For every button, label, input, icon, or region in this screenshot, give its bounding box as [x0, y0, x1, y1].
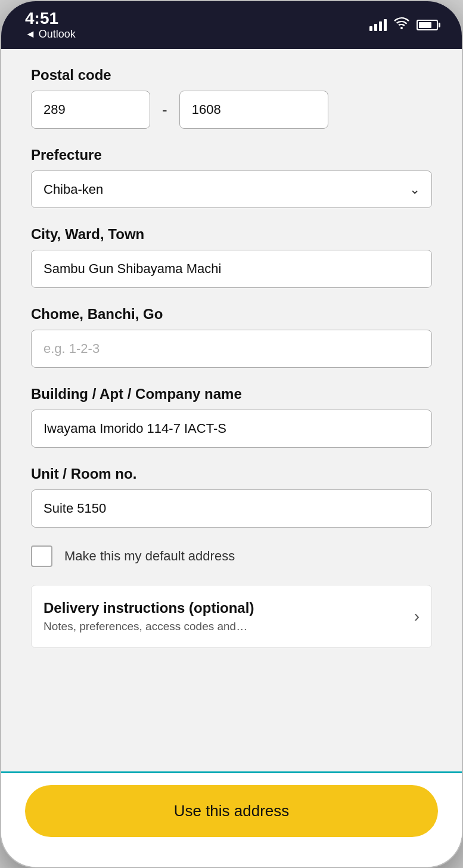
- signal-icon: [369, 19, 387, 31]
- back-outlook-button[interactable]: ◄ Outlook: [25, 28, 76, 41]
- wifi-icon: [394, 17, 409, 33]
- chome-input[interactable]: [31, 330, 432, 368]
- status-right: [369, 17, 438, 33]
- city-section: City, Ward, Town: [31, 226, 432, 288]
- unit-label: Unit / Room no.: [31, 466, 432, 482]
- prefecture-select[interactable]: Chiba-ken: [31, 170, 432, 208]
- city-input[interactable]: [31, 250, 432, 288]
- building-input[interactable]: [31, 410, 432, 448]
- content-area: Postal code - Prefecture Chiba-ken ⌄: [1, 49, 462, 867]
- postal-code-label: Postal code: [31, 67, 432, 83]
- unit-section: Unit / Room no.: [31, 466, 432, 528]
- postal-code-row: -: [31, 91, 432, 129]
- status-left: 4:51 ◄ Outlook: [25, 10, 76, 41]
- bottom-bar: Use this address: [1, 771, 462, 867]
- postal-dash: -: [162, 101, 167, 119]
- prefecture-select-wrapper: Chiba-ken ⌄: [31, 170, 432, 208]
- delivery-card-content: Delivery instructions (optional) Notes, …: [43, 600, 405, 633]
- building-section: Building / Apt / Company name: [31, 386, 432, 448]
- building-label: Building / Apt / Company name: [31, 386, 432, 402]
- delivery-instructions-title: Delivery instructions (optional): [43, 600, 405, 616]
- chevron-right-icon: ›: [414, 607, 420, 626]
- status-time: 4:51: [25, 10, 76, 27]
- battery-icon: [417, 20, 438, 30]
- phone-frame: 4:51 ◄ Outlook Postal cod: [0, 0, 463, 868]
- prefecture-label: Prefecture: [31, 147, 432, 163]
- default-address-label: Make this my default address: [64, 548, 235, 564]
- unit-input[interactable]: [31, 489, 432, 528]
- chome-label: Chome, Banchi, Go: [31, 306, 432, 323]
- status-bar: 4:51 ◄ Outlook: [1, 1, 462, 49]
- city-label: City, Ward, Town: [31, 226, 432, 243]
- prefecture-section: Prefecture Chiba-ken ⌄: [31, 147, 432, 208]
- delivery-instructions-card[interactable]: Delivery instructions (optional) Notes, …: [31, 585, 432, 648]
- postal-code-input-1[interactable]: [31, 91, 150, 129]
- chome-section: Chome, Banchi, Go: [31, 306, 432, 368]
- postal-code-section: Postal code -: [31, 67, 432, 129]
- default-address-section: Make this my default address: [31, 545, 432, 567]
- postal-code-input-2[interactable]: [179, 91, 328, 129]
- form-container: Postal code - Prefecture Chiba-ken ⌄: [1, 49, 462, 773]
- delivery-instructions-subtitle: Notes, preferences, access codes and…: [43, 620, 405, 633]
- use-address-button[interactable]: Use this address: [25, 785, 438, 837]
- default-address-checkbox[interactable]: [31, 545, 52, 567]
